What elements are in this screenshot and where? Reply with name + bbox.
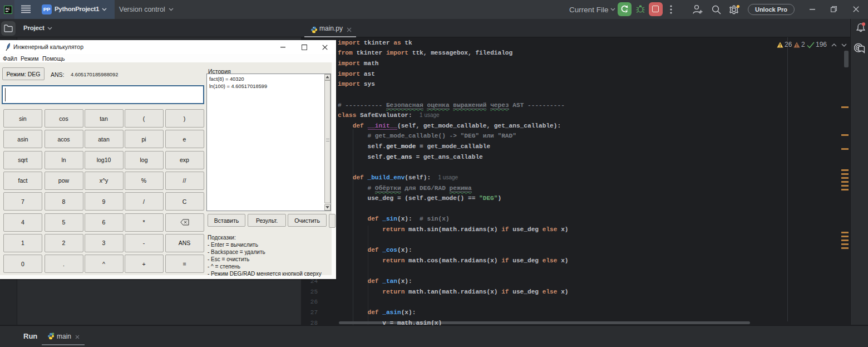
svg-text:PC: PC <box>6 7 10 11</box>
